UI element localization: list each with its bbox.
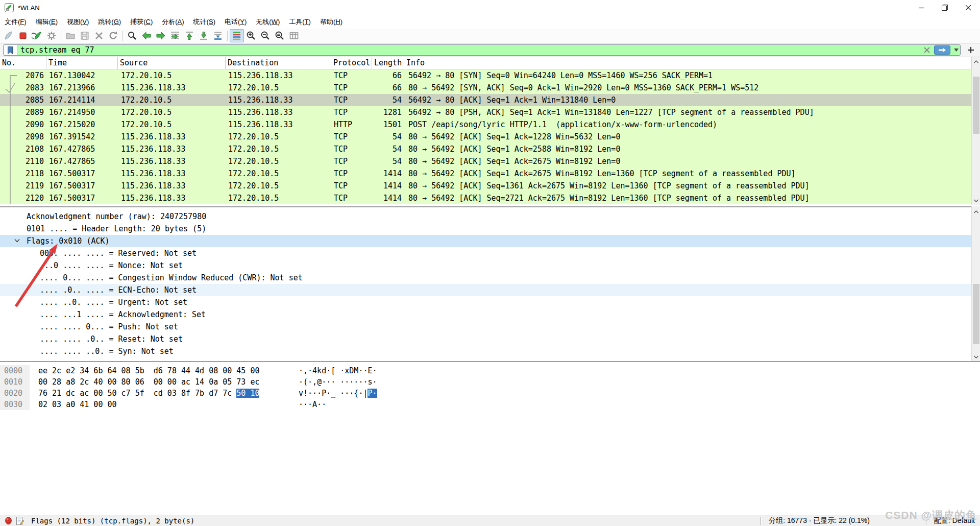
go-last-button[interactable] (197, 29, 211, 42)
packet-row-2108[interactable]: 2108167.427865115.236.118.33172.20.10.5T… (0, 143, 971, 155)
packet-cell-src: 172.20.10.5 (118, 69, 226, 82)
scrollbar-thumb[interactable] (973, 284, 979, 344)
hex-row-0030[interactable]: 003002 03 a0 41 00 00···A·· (0, 399, 980, 410)
packet-cell-no: 2118 (0, 168, 46, 180)
packet-cell-proto: TCP (331, 69, 372, 82)
auto-scroll-button[interactable] (211, 29, 225, 42)
display-filter-input[interactable] (17, 45, 921, 55)
packet-row-2083[interactable]: 2083167.213966115.236.118.33172.20.10.5T… (0, 82, 971, 94)
colorize-icon (231, 30, 242, 41)
find-packet-button[interactable] (125, 29, 139, 42)
scroll-down-icon[interactable] (972, 352, 980, 361)
go-back-button[interactable] (139, 29, 154, 42)
packet-row-2090[interactable]: 2090167.215020172.20.10.5115.236.118.33H… (0, 118, 971, 131)
detail-line-cwr[interactable]: .... 0... .... = Congestion Window Reduc… (0, 272, 971, 284)
detail-line-ack-raw[interactable]: Acknowledgment number (raw): 2407257980 (0, 210, 971, 223)
detail-line-reserved[interactable]: 000. .... .... = Reserved: Not set (0, 247, 971, 259)
go-forward-button[interactable] (154, 29, 168, 42)
expert-info-icon[interactable] (5, 516, 12, 525)
menu-edit[interactable]: 编辑(E) (31, 15, 62, 29)
column-header-source[interactable]: Source (118, 57, 226, 69)
detail-line-header-length[interactable]: 0101 .... = Header Length: 20 bytes (5) (0, 223, 971, 235)
detail-line-syn[interactable]: .... .... ..0. = Syn: Not set (0, 345, 971, 357)
filter-add-button[interactable] (965, 44, 977, 56)
column-header-info[interactable]: Info (404, 57, 971, 69)
column-header-length[interactable]: Length (372, 57, 404, 69)
packet-row-2076[interactable]: 2076167.130042172.20.10.5115.236.118.33T… (0, 69, 971, 82)
detail-line-push[interactable]: .... .... 0... = Push: Not set (0, 321, 971, 333)
resize-columns-icon (288, 30, 300, 41)
close-button[interactable] (957, 0, 980, 15)
detail-text: .... .... .0.. = Reset: Not set (40, 334, 183, 344)
packet-row-2098[interactable]: 2098167.391542115.236.118.33172.20.10.5T… (0, 131, 971, 143)
column-header-no[interactable]: No. (0, 57, 46, 69)
menu-view[interactable]: 视图(V) (62, 15, 93, 29)
menu-statistics[interactable]: 统计(S) (189, 15, 220, 29)
hex-row-0000[interactable]: 0000ee 2c e2 34 6b 64 08 5b d6 78 44 4d … (0, 365, 980, 376)
menu-tools[interactable]: 工具(T) (284, 15, 315, 29)
detail-text: .... .... ..0. = Syn: Not set (40, 347, 174, 356)
menu-analyze[interactable]: 分析(A) (157, 15, 188, 29)
zoom-in-button[interactable] (244, 29, 258, 42)
detail-line-urgent[interactable]: .... ..0. .... = Urgent: Not set (0, 296, 971, 308)
packet-cell-dst: 172.20.10.5 (226, 180, 331, 192)
filter-dropdown-button[interactable] (952, 49, 960, 52)
filter-clear-button[interactable] (921, 47, 933, 53)
zoom-out-button[interactable] (258, 29, 273, 42)
packet-row-2085[interactable]: 2085167.214114172.20.10.5115.236.118.33T… (0, 94, 971, 106)
expander-chevron-icon[interactable] (14, 238, 20, 243)
menu-help[interactable]: 帮助(H) (315, 15, 347, 29)
capture-comment-icon[interactable] (16, 516, 24, 525)
detail-line-flags[interactable]: Flags: 0x010 (ACK) (0, 235, 971, 247)
hex-row-0020[interactable]: 002076 21 dc ac 00 50 c7 5f cd 03 8f 7b … (0, 388, 980, 399)
stop-capture-button[interactable] (16, 29, 30, 42)
detail-text: .... .0.. .... = ECN-Echo: Not set (40, 285, 197, 295)
column-header-protocol[interactable]: Protocol (331, 57, 372, 69)
detail-line-acknowledgment[interactable]: .... ...1 .... = Acknowledgment: Set (0, 308, 971, 321)
column-header-time[interactable]: Time (46, 57, 118, 69)
packet-cell-len: 1501 (372, 118, 404, 131)
zoom-normal-button[interactable] (273, 29, 287, 42)
filter-apply-button[interactable] (934, 45, 950, 55)
maximize-button[interactable] (933, 0, 957, 15)
detail-line-reset[interactable]: .... .... .0.. = Reset: Not set (0, 333, 971, 345)
packet-cell-time: 167.214114 (46, 94, 118, 106)
reload-file-button[interactable] (106, 29, 120, 42)
go-to-packet-button[interactable] (168, 29, 182, 42)
menu-wireless[interactable]: 无线(W) (251, 15, 284, 29)
restart-capture-button[interactable] (30, 29, 44, 42)
packet-row-2119[interactable]: 2119167.500317115.236.118.33172.20.10.5T… (0, 180, 971, 192)
menu-telephony[interactable]: 电话(Y) (220, 15, 251, 29)
scrollbar-thumb[interactable] (973, 77, 979, 134)
detail-line-nonce[interactable]: ...0 .... .... = Nonce: Not set (0, 259, 971, 272)
column-header-destination[interactable]: Destination (226, 57, 331, 69)
details-scrollbar[interactable] (971, 206, 980, 361)
packet-cell-proto: TCP (331, 143, 372, 155)
go-first-button[interactable] (182, 29, 197, 42)
menu-capture[interactable]: 捕获(C) (126, 15, 157, 29)
detail-text: Flags: 0x010 (ACK) (27, 236, 110, 246)
hex-row-0010[interactable]: 001000 28 a8 2c 40 00 80 06 00 00 ac 14 … (0, 376, 980, 388)
packet-row-2118[interactable]: 2118167.500317115.236.118.33172.20.10.5T… (0, 168, 971, 180)
detail-line-ecn-echo[interactable]: .... .0.. .... = ECN-Echo: Not set (0, 284, 971, 296)
packet-cell-no: 2089 (0, 106, 46, 118)
capture-options-button[interactable] (44, 29, 59, 42)
packet-list-scrollbar[interactable] (971, 57, 980, 205)
resize-columns-button[interactable] (287, 29, 301, 42)
packet-row-2089[interactable]: 2089167.214950172.20.10.5115.236.118.33T… (0, 106, 971, 118)
packet-row-2120[interactable]: 2120167.500317115.236.118.33172.20.10.5T… (0, 192, 971, 204)
minimize-button[interactable] (910, 0, 933, 15)
colorize-button[interactable] (230, 29, 244, 42)
profile-label[interactable]: 配置: Default (934, 516, 975, 525)
scroll-up-icon[interactable] (972, 207, 980, 216)
filter-bookmark-button[interactable] (4, 45, 17, 55)
scroll-up-icon[interactable] (972, 57, 980, 66)
packet-cell-info: POST /eapi/song/lyric HTTP/1.1 (applicat… (404, 118, 971, 131)
menu-file[interactable]: 文件(F) (0, 15, 31, 29)
packet-row-2110[interactable]: 2110167.427865115.236.118.33172.20.10.5T… (0, 155, 971, 168)
packet-cell-len: 54 (372, 94, 404, 106)
scroll-down-icon[interactable] (972, 196, 980, 205)
detail-text: ...0 .... .... = Nonce: Not set (40, 261, 183, 270)
ascii-bytes: ·(·,@··· ······s· (290, 376, 980, 388)
menu-go[interactable]: 跳转(G) (93, 15, 126, 29)
